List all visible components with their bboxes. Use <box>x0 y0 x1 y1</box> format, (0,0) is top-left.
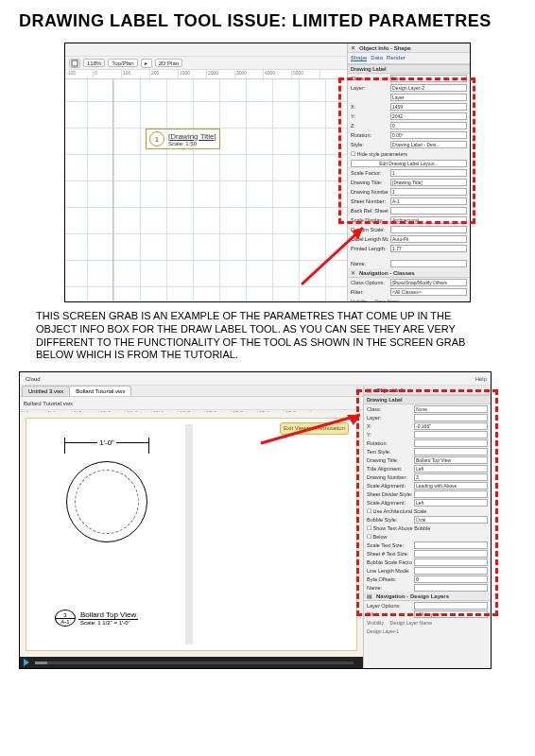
fit-button[interactable] <box>69 59 80 68</box>
close-icon[interactable]: ✕ <box>351 44 355 51</box>
filter-dropdown[interactable]: <All Layers> <box>414 610 488 618</box>
layer-row[interactable]: Design Layer-1 <box>364 627 491 635</box>
name-field[interactable] <box>414 584 488 592</box>
line-length-mode-dropdown[interactable] <box>414 567 488 575</box>
scale-alignment-dropdown[interactable]: Leading with Above <box>414 482 488 490</box>
class-dropdown[interactable]: None <box>414 405 488 413</box>
ruler-tick: 5000 <box>292 70 320 78</box>
scale-alignment2-dropdown[interactable]: Left <box>414 499 488 507</box>
scale-factor-field[interactable]: 1 <box>390 169 467 177</box>
drawing-number-label: Drawing Number: <box>351 189 388 195</box>
view-dropdown[interactable]: Top/Plan <box>108 59 137 67</box>
title-alignment-dropdown[interactable]: Left <box>414 465 488 472</box>
menu-help[interactable]: Help <box>475 376 487 382</box>
play-icon[interactable] <box>24 659 29 666</box>
rotation-label: Rotation: <box>367 440 412 446</box>
sheet-number-field[interactable]: A-1 <box>390 198 467 205</box>
panel-header[interactable]: ✕ Object Info - Shape <box>348 43 470 53</box>
menubar: Cloud Help <box>20 372 491 386</box>
x-field[interactable]: 1459 <box>390 103 467 111</box>
drawing-label-object[interactable]: 1 [Drawing Title] Scale: 1:50 <box>146 129 220 149</box>
scale-text-size-field[interactable] <box>414 541 488 549</box>
drawing-title-field[interactable]: [Drawing Title] <box>390 179 467 186</box>
ruler-tick: 2000 <box>207 70 235 78</box>
dimension: 1'-0" <box>64 436 149 449</box>
class-dropdown[interactable]: None <box>390 75 467 82</box>
nav-panel-header[interactable]: ▤Navigation - Design Layers <box>364 592 491 601</box>
custom-scale-field[interactable] <box>390 226 467 233</box>
sheet-number-label: Sheet Number: <box>351 198 388 204</box>
title-alignment-label: Title Alignment: <box>367 466 412 472</box>
col-visibility: Visibility <box>351 299 368 301</box>
rotation-field[interactable]: 0.00° <box>390 131 467 139</box>
sheet-divider-dropdown[interactable] <box>414 490 488 498</box>
layer-dropdown[interactable]: Design Layer-2 <box>390 84 467 92</box>
class-options-label: Class Options: <box>351 280 388 285</box>
exit-viewport-button[interactable]: Exit Viewport Annotation <box>280 422 349 435</box>
drawing-label-object[interactable]: 3 A-1 Bollard Top View Scale: 1 1/2" = 1… <box>55 610 138 627</box>
caption-text: THIS SCREEN GRAB IS AN EXAMPLE OF THE PA… <box>36 310 471 362</box>
dim-tick <box>148 438 149 454</box>
tab-file-1[interactable]: Untitled 3.vwx <box>22 386 70 396</box>
y-field[interactable] <box>414 431 488 438</box>
fit-icon <box>71 60 78 67</box>
sheet-text-size-field[interactable] <box>414 550 488 558</box>
drawing-number-field[interactable]: 1 <box>390 188 467 196</box>
printed-length-field[interactable]: 1.77 <box>390 245 467 252</box>
custom-scale-label: Custom Scale: <box>351 227 388 232</box>
tab-data[interactable]: Data <box>371 55 383 61</box>
layer-options-dropdown[interactable] <box>414 602 488 610</box>
tab-shape[interactable]: Shape <box>351 55 367 61</box>
panel-header[interactable]: ▤ Object Info <box>364 386 491 395</box>
plan-button[interactable]: 2D Plan <box>155 59 182 67</box>
canvas[interactable]: 1 [Drawing Title] Scale: 1:50 <box>65 79 347 301</box>
drawing-number-field[interactable]: 3 <box>414 473 488 481</box>
label-title: [Drawing Title] <box>168 132 216 141</box>
layer-dropdown[interactable] <box>414 414 488 421</box>
disclosure-icon[interactable]: ▤ <box>367 387 372 393</box>
backref-field[interactable] <box>390 207 467 215</box>
printed-length-label: Printed Length: <box>351 246 388 251</box>
arrow-button[interactable]: ▸ <box>141 59 152 68</box>
show-below-checkbox[interactable]: Below <box>367 534 388 540</box>
edit-layout-button[interactable]: Edit Drawing Label Layout... <box>351 160 467 167</box>
tab-render[interactable]: Render <box>387 55 406 61</box>
grid <box>65 79 347 301</box>
class-options-dropdown[interactable]: Show/Snap/Modify Others <box>390 279 467 286</box>
bubble-scale-field[interactable] <box>414 558 488 566</box>
scale-text-size-label: Scale Text Size: <box>367 542 412 548</box>
text-style-dropdown[interactable] <box>414 448 488 455</box>
canvas[interactable]: 1'-0" Exit Viewport Annotation 3 A-1 Bol… <box>20 412 363 657</box>
use-arch-scale-checkbox[interactable]: Use Architectural Scale <box>367 508 426 514</box>
dimension-value: 1'-0" <box>99 438 114 447</box>
x-field[interactable]: -0.166" <box>414 422 488 430</box>
progress-bar[interactable] <box>35 662 354 664</box>
backref-label: Back Ref. Sheet No: <box>351 208 388 214</box>
bubble-style-dropdown[interactable]: Oval <box>414 516 488 524</box>
style-dropdown[interactable]: Drawing Label - Desi... <box>390 141 467 148</box>
scale-display-dropdown[interactable]: Architectural <box>390 216 467 224</box>
rotation-label: Rotation: <box>351 132 388 138</box>
sheet-divider-label: Sheet Divider Style: <box>367 491 412 497</box>
llm-dropdown[interactable]: Auto-Fit <box>390 235 467 243</box>
sheet: 1'-0" Exit Viewport Annotation 3 A-1 Bol… <box>26 418 357 651</box>
menu-cloud[interactable]: Cloud <box>26 376 41 382</box>
ruler-tick: -100 <box>65 70 94 78</box>
divider <box>185 424 193 644</box>
filter-dropdown[interactable]: <All Classes> <box>390 288 467 296</box>
y-field[interactable]: 2042 <box>390 112 467 120</box>
style-label: Style: <box>351 142 388 147</box>
byte-offsets-field[interactable]: 0 <box>414 576 488 583</box>
name-field[interactable] <box>390 260 467 267</box>
z-field[interactable]: 0 <box>390 122 467 129</box>
tab-file-2[interactable]: Bollard Tutorial.vwx <box>69 386 131 396</box>
show-above-checkbox[interactable]: Show Text Above Bubble <box>367 525 430 531</box>
video-controls <box>20 657 363 668</box>
zoom-field[interactable]: 118% <box>83 59 105 67</box>
plane-dropdown[interactable]: Layer <box>390 94 467 101</box>
rotation-field[interactable] <box>414 439 488 447</box>
hide-params-checkbox[interactable]: Hide style parameters <box>351 151 407 157</box>
nav-panel-header[interactable]: ✕Navigation - Classes <box>348 268 470 278</box>
bubble-scale-label: Bubble Scale Factor: <box>367 559 412 565</box>
drawing-title-field[interactable]: Bollard Top View <box>414 456 488 464</box>
